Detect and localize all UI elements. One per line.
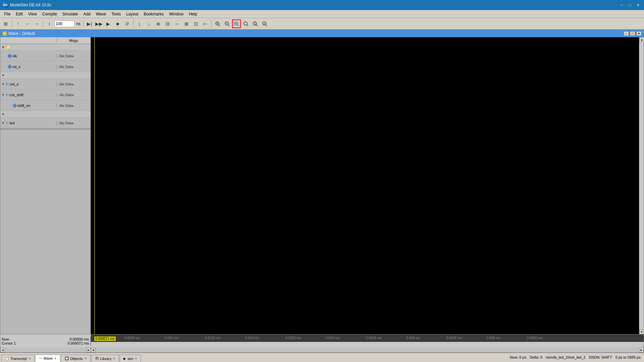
menu-simulate[interactable]: Simulate <box>60 10 81 18</box>
run-continue-button[interactable]: ▶▶ <box>95 19 103 28</box>
close-button[interactable]: ✕ <box>635 2 641 8</box>
signal-row-shift-en[interactable]: shift_en -No Data- <box>0 100 90 111</box>
horiz-scroll-left[interactable]: ◄ <box>91 348 96 352</box>
signal-group-3-name[interactable]: ▼ <box>0 113 57 116</box>
expand-icon-2[interactable]: ▼ <box>2 74 5 77</box>
vert-scroll-track[interactable] <box>639 42 644 329</box>
zoom-cursor-button[interactable] <box>251 19 260 28</box>
bottom-status: Now: 0 ps Delta: 0 /sim/tb_led_2/inst_le… <box>510 353 644 362</box>
menu-bookmarks[interactable]: Bookmarks <box>141 10 166 18</box>
menu-layout[interactable]: Layout <box>123 10 141 18</box>
expand-icon-3[interactable]: ▼ <box>2 113 5 116</box>
run-step-button[interactable]: ↕ <box>45 19 54 28</box>
zoom-in-button[interactable] <box>213 19 222 28</box>
led-icon: ⊞ <box>6 121 9 125</box>
maximize-button[interactable]: □ <box>627 2 633 8</box>
run-selected-button[interactable]: ▶| <box>85 19 94 28</box>
wave-lock-button[interactable]: ⊢ <box>201 19 210 28</box>
horiz-scroll-right[interactable]: ► <box>639 348 644 352</box>
wave-snap-button[interactable]: ⊟ <box>163 19 172 28</box>
signal-group-row-1[interactable]: ▼ 📁 <box>0 44 90 51</box>
wave-restore-button[interactable]: ⊞ <box>1 19 10 28</box>
vertical-scrollbar[interactable]: ▲ ▼ <box>639 37 644 334</box>
step-button[interactable]: ▶ <box>104 19 113 28</box>
signal-panel-resize[interactable] <box>0 128 90 130</box>
zoom-fit-button[interactable] <box>232 19 241 28</box>
zoom-active-button[interactable]: A <box>260 19 269 28</box>
wave-link-button[interactable]: ⊠ <box>182 19 191 28</box>
tab-library[interactable]: 📚 Library ✕ <box>91 355 119 362</box>
menu-wave[interactable]: Wave <box>93 10 109 18</box>
menu-add[interactable]: Add <box>81 10 93 18</box>
waveform-area[interactable] <box>91 37 639 334</box>
step-back-button[interactable]: ← <box>23 19 32 28</box>
cntshift-expand[interactable]: ▼ <box>2 93 5 97</box>
signal-group-1-name[interactable]: ▼ 📁 <box>0 45 57 49</box>
wave-close-button[interactable]: ✕ <box>636 31 642 36</box>
cnts-icon: ⊞ <box>6 82 9 86</box>
menu-view[interactable]: View <box>25 10 40 18</box>
wave-center-button[interactable]: ⊕ <box>154 19 163 28</box>
signal-clk-name[interactable]: clk <box>0 54 57 58</box>
restart-button[interactable]: ↺ <box>123 19 131 28</box>
signal-row-cnt-s[interactable]: ▼ ⊞ cnt_s -No Data- <box>0 79 90 89</box>
time-input[interactable] <box>54 20 74 27</box>
signal-group-row-3[interactable]: ▼ <box>0 111 90 118</box>
horiz-scroll-left-panel[interactable]: ◄ <box>0 348 5 352</box>
separator-1 <box>12 20 12 27</box>
wave-tab-close[interactable]: ✕ <box>54 357 57 360</box>
menu-window[interactable]: Window <box>166 10 186 18</box>
tab-transcript[interactable]: 📋 Transcript ✕ <box>1 355 35 362</box>
tab-sim[interactable]: ▶ sim ✕ <box>120 355 141 362</box>
signal-rstn-name[interactable]: rst_n <box>0 65 57 69</box>
wave-unlock-button[interactable]: ⊡ <box>192 19 200 28</box>
step-fwd-button[interactable]: → <box>33 19 41 28</box>
signal-group-2-name[interactable]: ▼ <box>0 74 57 77</box>
signal-row-led[interactable]: ▼ ⊞ led -No Data- <box>0 118 90 128</box>
signal-shiften-name[interactable]: shift_en <box>0 104 57 108</box>
led-expand[interactable]: ▼ <box>2 121 5 125</box>
tab-objects[interactable]: 🔲 Objects ✕ <box>61 355 90 362</box>
rstn-msg: -No Data- <box>57 65 90 69</box>
signal-led-name[interactable]: ▼ ⊞ led <box>0 121 57 125</box>
shiften-msg: -No Data- <box>57 104 90 108</box>
timeline-label-8: 0.004 ms <box>406 336 420 340</box>
vert-scroll-up[interactable]: ▲ <box>639 37 644 42</box>
wave-minimize-button[interactable]: ─ <box>624 31 629 36</box>
horiz-scroll-track-left[interactable] <box>5 348 86 352</box>
signal-cnts-name[interactable]: ▼ ⊞ cnt_s <box>0 82 57 86</box>
horiz-scroll-right-panel[interactable]: ► <box>86 348 91 352</box>
wave-collapse-button[interactable]: ↓ <box>145 19 153 28</box>
menu-compile[interactable]: Compile <box>40 10 60 18</box>
tab-wave[interactable]: 〰 Wave ✕ <box>35 355 61 362</box>
signal-group-row-2[interactable]: ▼ <box>0 72 90 79</box>
sim-tab-close[interactable]: ✕ <box>135 357 137 360</box>
timeline-label-11: 0.0055 ms <box>527 336 543 340</box>
signal-header: Msgs <box>0 37 90 44</box>
transcript-tab-close[interactable]: ✕ <box>28 357 31 360</box>
wave-expand-button[interactable]: ↨ <box>135 19 144 28</box>
cnts-expand[interactable]: ▼ <box>2 82 5 86</box>
signal-row-clk[interactable]: clk -No Data- <box>0 51 90 61</box>
horiz-scroll-track[interactable] <box>96 348 639 352</box>
wave-maximize-button[interactable]: □ <box>630 31 635 36</box>
menu-help[interactable]: Help <box>186 10 200 18</box>
signal-cntshift-name[interactable]: ▼ ⊞ cnt_shift <box>0 93 57 97</box>
menu-edit[interactable]: Edit <box>13 10 25 18</box>
objects-tab-close[interactable]: ✕ <box>84 357 87 360</box>
library-tab-close[interactable]: ✕ <box>113 357 115 360</box>
zoom-full-button[interactable] <box>241 19 250 28</box>
vert-scroll-down[interactable]: ▼ <box>639 329 644 334</box>
wave-content: Msgs ▼ 📁 <box>0 37 644 352</box>
stop-button[interactable]: ■ <box>113 19 122 28</box>
zoom-out-button[interactable] <box>223 19 231 28</box>
step-up-button[interactable]: ↑ <box>14 19 22 28</box>
minimize-button[interactable]: ─ <box>619 2 625 8</box>
signal-row-rst-n[interactable]: rst_n -No Data- <box>0 61 90 72</box>
svg-point-10 <box>244 22 247 25</box>
menu-tools[interactable]: Tools <box>109 10 123 18</box>
menu-file[interactable]: File <box>1 10 13 18</box>
expand-icon-1[interactable]: ▼ <box>2 46 5 49</box>
wave-follow-button[interactable]: ↔ <box>173 19 181 28</box>
signal-row-cnt-shift[interactable]: ▼ ⊞ cnt_shift -No Data- <box>0 89 90 100</box>
